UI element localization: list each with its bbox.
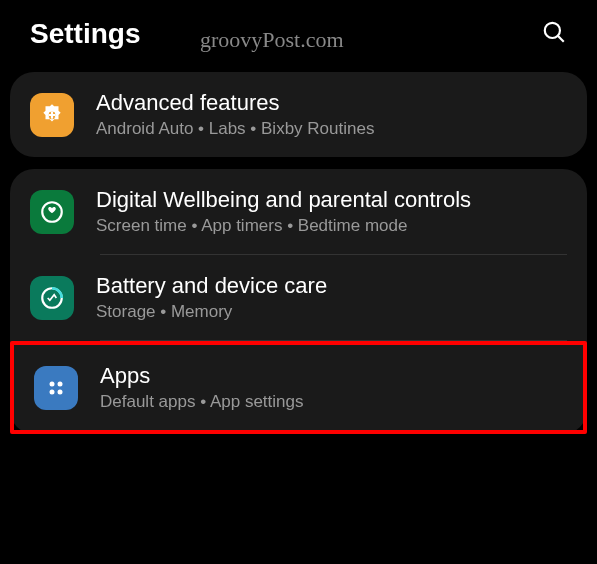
item-text: Digital Wellbeing and parental controls … bbox=[96, 187, 567, 236]
battery-care-icon bbox=[30, 276, 74, 320]
svg-point-0 bbox=[545, 23, 560, 38]
svg-line-1 bbox=[558, 36, 564, 42]
digital-wellbeing-icon bbox=[30, 190, 74, 234]
item-subtitle: Storage • Memory bbox=[96, 302, 567, 322]
item-text: Apps Default apps • App settings bbox=[100, 363, 563, 412]
highlight-box: Apps Default apps • App settings bbox=[10, 341, 587, 434]
item-subtitle: Android Auto • Labs • Bixby Routines bbox=[96, 119, 567, 139]
svg-point-8 bbox=[58, 389, 63, 394]
item-title: Digital Wellbeing and parental controls bbox=[96, 187, 567, 213]
settings-item-battery-device-care[interactable]: Battery and device care Storage • Memory bbox=[10, 255, 587, 340]
svg-point-5 bbox=[50, 381, 55, 386]
apps-icon bbox=[34, 366, 78, 410]
item-text: Advanced features Android Auto • Labs • … bbox=[96, 90, 567, 139]
header: Settings bbox=[0, 0, 597, 60]
item-subtitle: Default apps • App settings bbox=[100, 392, 563, 412]
search-button[interactable] bbox=[541, 19, 567, 49]
item-subtitle: Screen time • App timers • Bedtime mode bbox=[96, 216, 567, 236]
settings-item-apps[interactable]: Apps Default apps • App settings bbox=[14, 345, 583, 430]
item-text: Battery and device care Storage • Memory bbox=[96, 273, 567, 322]
advanced-features-icon bbox=[30, 93, 74, 137]
settings-card-2: Digital Wellbeing and parental controls … bbox=[10, 169, 587, 434]
settings-item-advanced-features[interactable]: Advanced features Android Auto • Labs • … bbox=[10, 72, 587, 157]
search-icon bbox=[541, 19, 567, 45]
settings-item-digital-wellbeing[interactable]: Digital Wellbeing and parental controls … bbox=[10, 169, 587, 254]
item-title: Battery and device care bbox=[96, 273, 567, 299]
item-title: Advanced features bbox=[96, 90, 567, 116]
settings-card-1: Advanced features Android Auto • Labs • … bbox=[10, 72, 587, 157]
page-title: Settings bbox=[30, 18, 140, 50]
svg-point-6 bbox=[58, 381, 63, 386]
svg-point-7 bbox=[50, 389, 55, 394]
item-title: Apps bbox=[100, 363, 563, 389]
